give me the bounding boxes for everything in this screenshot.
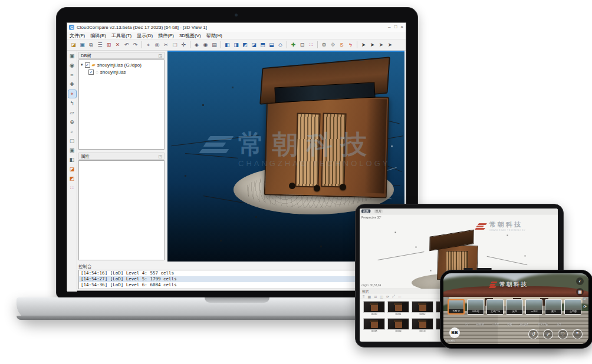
vr-icon[interactable]: ∞	[583, 297, 587, 301]
toolbar-properties-icon[interactable]: ☰	[96, 41, 104, 49]
photo-cell[interactable]: 0008	[363, 318, 385, 334]
left-toolbar-magnifier-icon[interactable]: ⌕	[68, 128, 76, 135]
photo-thumbnail[interactable]	[363, 318, 385, 330]
tablet-tab-view[interactable]: 视图	[361, 210, 370, 213]
toolbar-view-top-icon[interactable]: ⬒	[259, 41, 267, 49]
console-line[interactable]: [14:54:16] [LoD] Level 4: 557 cells	[79, 270, 401, 276]
toolbar-crop-icon[interactable]: ⬚	[171, 41, 179, 49]
photo-cell[interactable]: 0010	[412, 318, 433, 334]
toolbar-fit-view-icon[interactable]: ◈	[193, 41, 200, 49]
tree-expander-icon[interactable]: ▾	[81, 62, 83, 67]
tree-root-label[interactable]: shouyinji.las (G:/dpo)	[97, 62, 142, 68]
toolbar-plugin-extra-icon[interactable]: ➤	[386, 41, 394, 49]
category-item[interactable]: 钟鼓楼	[476, 322, 484, 326]
window-titlebar[interactable]: C CloudCompare v2.13.beta (Dec 17 2023) …	[67, 23, 406, 32]
console-line[interactable]: [14:54:36] [LoD] Level 6: 6084 cells	[79, 282, 401, 288]
toolbar-view-right-icon[interactable]: ◪	[250, 41, 258, 49]
left-toolbar-rgb-dots-icon[interactable]: ∷	[68, 184, 76, 192]
left-toolbar-zoom-plus-icon[interactable]: ⊕	[68, 118, 76, 126]
photo-thumbnail[interactable]	[363, 301, 385, 313]
compass-button[interactable]: ◐	[576, 277, 584, 285]
photo-cell[interactable]: 0002	[412, 301, 433, 317]
left-toolbar-pick-arrow-icon[interactable]: ↰	[68, 100, 76, 107]
category-item[interactable]: 古树	[507, 322, 512, 326]
toolbar-camera-settings-icon[interactable]: ◉	[202, 41, 209, 49]
console-panel[interactable]: [14:54:16] [LoD] Level 4: 557 cells[14:5…	[78, 270, 402, 289]
scene-thumbnail[interactable]: 一号厅	[525, 299, 542, 315]
rotate-icon[interactable]: ⟳	[583, 305, 587, 309]
toolbar-view-back-icon[interactable]: ◨	[232, 41, 240, 49]
category-item[interactable]: 全景	[557, 322, 561, 326]
menu-item[interactable]: 显示(D)	[137, 32, 153, 39]
category-item[interactable]: 上山步道	[519, 322, 529, 326]
toolbar-view-iso-icon[interactable]: ◇	[277, 41, 284, 49]
photo-thumbnail[interactable]	[387, 318, 409, 330]
toolbar-plugin-mesh-icon[interactable]: ⟐	[329, 41, 337, 49]
toolbar-point-picking-icon[interactable]: ⌖	[144, 41, 152, 49]
child-checkbox[interactable]: ✓	[88, 70, 94, 75]
root-checkbox[interactable]: ✓	[85, 62, 90, 68]
scene-thumbnail[interactable]: 大殿·正	[448, 299, 465, 315]
tablet-tool-icon[interactable]: ◫	[380, 294, 383, 299]
db-tree-header[interactable]: DB树 ◳	[78, 52, 165, 59]
toolbar-delete-icon[interactable]: ✕	[114, 41, 121, 49]
console-header[interactable]: 控制台	[78, 264, 92, 270]
toolbar-view-bottom-icon[interactable]: ⬓	[268, 41, 275, 49]
history-button[interactable]: ↺	[528, 329, 538, 339]
scene-thumbnail[interactable]: 文化广场	[486, 299, 504, 315]
tablet-tool-icon[interactable]: ⊞	[374, 294, 377, 299]
phone-logo-button[interactable]: BB	[449, 327, 460, 338]
tablet-tool-icon[interactable]: ≡	[363, 294, 365, 298]
share-button[interactable]: ⇗	[543, 329, 553, 339]
close-button[interactable]: ×	[400, 24, 403, 29]
left-toolbar-octree-2-icon[interactable]: ▣	[68, 147, 76, 154]
photo-cell[interactable]: 0001	[387, 301, 409, 317]
comment-button[interactable]: ❞	[573, 329, 583, 339]
dock-pin-icon[interactable]: ◳	[158, 52, 162, 59]
toolbar-merge-icon[interactable]: ⊞	[105, 41, 113, 49]
menu-item[interactable]: 工具箱(T)	[111, 32, 131, 39]
toolbar-open-icon[interactable]: ◪	[70, 41, 77, 49]
category-item[interactable]: 一号厅	[492, 322, 499, 326]
properties-header[interactable]: 属性 ◳	[78, 153, 165, 160]
left-toolbar-primitive-2-icon[interactable]: ◩	[68, 175, 76, 183]
left-toolbar-octree-1-icon[interactable]: ▢	[68, 137, 76, 145]
toolbar-plugin-anim-icon[interactable]: ➤	[360, 41, 367, 49]
like-button[interactable]: ♡	[558, 329, 568, 339]
menu-item[interactable]: 文件(F)	[70, 32, 85, 39]
tablet-tool-icon[interactable]: ⋯	[398, 294, 402, 299]
left-toolbar-add-point-icon[interactable]: ✚	[68, 81, 76, 88]
toolbar-zoom-in-icon[interactable]: ✚	[290, 41, 297, 49]
scene-thumbnail[interactable]: 展厅	[545, 299, 562, 315]
toolbar-view-front-icon[interactable]: ◧	[223, 41, 231, 49]
toolbar-plugin-sra-icon[interactable]: S	[338, 41, 346, 49]
tablet-tab-photos[interactable]: 照片	[374, 210, 383, 213]
tree-child-label[interactable]: shouyinji.las	[100, 70, 126, 75]
toolbar-plugin-ransac-icon[interactable]: ϟ	[347, 41, 354, 49]
left-toolbar-cross-section-icon[interactable]: ⌖	[68, 90, 76, 98]
tree-row-child[interactable]: ✓ ◌ shouyinji.las	[79, 68, 164, 75]
left-toolbar-clipping-box-icon[interactable]: ▱	[68, 109, 76, 117]
tablet-tool-icon[interactable]: ⤢	[392, 294, 395, 299]
menu-item[interactable]: 编辑(E)	[90, 32, 106, 39]
tree-row-root[interactable]: ▾ ✓ ▰ shouyinji.las (G:/dpo)	[79, 61, 164, 68]
scene-thumbnail[interactable]: 纪念馆	[467, 299, 484, 315]
toolbar-point-list-icon[interactable]: ◎	[153, 41, 161, 49]
left-toolbar-octree-3-icon[interactable]: ◧	[68, 156, 76, 164]
left-toolbar-primitive-1-icon[interactable]: ◪	[68, 166, 76, 173]
menu-item[interactable]: 插件(P)	[158, 32, 174, 39]
toolbar-color-scale-icon[interactable]: ∷	[307, 41, 315, 49]
tablet-tool-icon[interactable]: ▦	[368, 294, 371, 299]
toolbar-segment-icon[interactable]: ✂	[162, 41, 170, 49]
left-toolbar-ruler-icon[interactable]: =	[68, 71, 76, 79]
toolbar-snapshot-icon[interactable]: ▤	[211, 41, 218, 49]
toolbar-view-left-icon[interactable]: ◩	[241, 41, 249, 49]
toolbar-plugin-gear-icon[interactable]: ⚙	[320, 41, 328, 49]
grid-button[interactable]: ▦	[576, 288, 584, 296]
menu-item[interactable]: 帮助(H)	[206, 32, 222, 39]
db-tree-panel[interactable]: ▾ ✓ ▰ shouyinji.las (G:/dpo) ✓ ◌ shouyin…	[78, 59, 165, 150]
left-toolbar-record-icon[interactable]: ◉	[68, 62, 76, 70]
console-line[interactable]: [14:54:27] [LoD] Level 5: 1799 cells	[79, 276, 401, 282]
toolbar-save-icon[interactable]: ▣	[78, 41, 86, 49]
menu-item[interactable]: 3D视图(V)	[179, 32, 201, 39]
